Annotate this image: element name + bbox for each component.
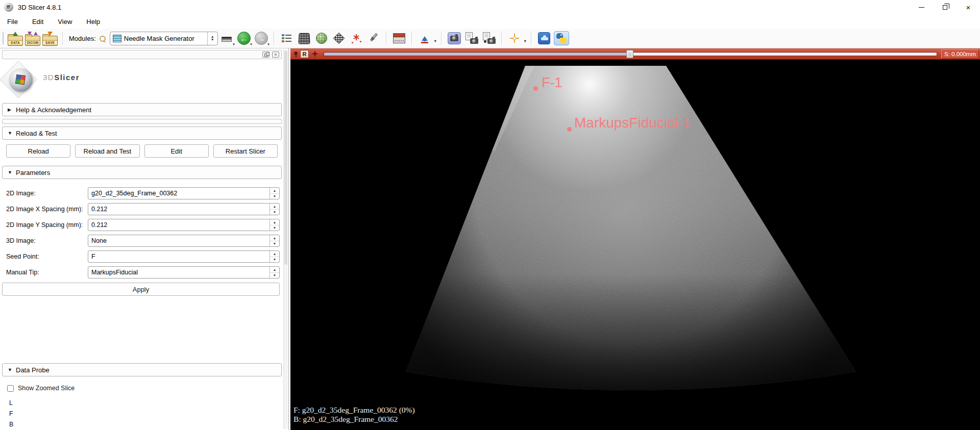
load-data-button[interactable]: DATA [7,30,24,46]
spin-up-icon: ▲ [270,204,279,210]
x-spacing-spinbox[interactable]: ▲▼ [88,203,280,215]
undock-panel-icon[interactable] [262,52,270,58]
menu-bar: File Edit View Help [0,14,980,29]
spinbox-arrows[interactable]: ▲▼ [270,204,279,215]
purple-up-arrow-icon [34,32,38,35]
save-button[interactable]: SAVE [41,30,59,46]
screenshot-button[interactable] [446,30,463,46]
module-selector-combo[interactable]: Needle Mask Generator ▲ ▼ [110,32,218,45]
menu-file[interactable]: File [2,16,23,28]
crosshair-icon [509,33,520,43]
2d-image-combo[interactable]: g20_d2_35deg_Frame_00362 ▲▼ [88,187,280,199]
parameters-header[interactable]: ▼ Parameters [2,166,282,179]
field-label: Seed Point: [2,253,88,260]
save-icon: SAVE [42,36,58,46]
close-panel-icon[interactable]: × [272,52,279,58]
slice-slider-handle[interactable] [626,50,633,58]
data-module-button[interactable] [278,30,296,46]
help-acknowledgement-header[interactable]: ▶ Help & Acknowledgement [2,103,282,116]
pin-icon[interactable] [293,51,298,57]
spinbox-arrows[interactable]: ▲▼ [270,219,279,231]
panel-scrollbar[interactable] [283,49,288,429]
restore-scene-view-button[interactable] [480,30,498,46]
volumes-module-button[interactable] [296,30,313,46]
slicer-logo [9,68,33,92]
scrollbar-thumb[interactable] [284,50,287,265]
window-level-button[interactable] [390,30,408,46]
scene-view-button[interactable] [463,30,480,46]
3d-image-combo[interactable]: None ▲▼ [88,235,280,247]
module-back-button[interactable]: ← ▾ [235,30,253,46]
edit-button[interactable]: Edit [144,144,209,158]
module-forward-button[interactable]: → ▾ [253,30,270,46]
module-history-button[interactable]: ▾ [218,30,235,46]
slice-offset-slider[interactable] [324,52,937,56]
combo-arrows[interactable]: ▲▼ [270,267,279,278]
window-controls: × [910,0,980,14]
fiducial-star-icon[interactable] [311,50,318,58]
reload-button[interactable]: Reload [6,144,70,158]
y-spacing-spinbox[interactable]: ▲▼ [88,219,280,231]
spin-down-icon: ▼ [270,225,279,231]
show-zoomed-slice-checkbox[interactable] [7,385,14,392]
toolbar-separator [386,32,387,45]
transforms-module-button[interactable] [330,30,348,46]
back-arrow-icon: ← [237,32,251,45]
close-button[interactable]: × [957,0,980,14]
data-tree-icon [282,34,292,43]
menu-help[interactable]: Help [81,16,105,28]
y-spacing-input[interactable] [88,221,270,229]
x-spacing-input[interactable] [88,206,270,213]
module-search-icon[interactable] [99,35,106,42]
menu-view[interactable]: View [53,16,77,28]
minimize-button[interactable] [910,0,933,14]
spin-up-icon: ▲ [270,235,279,241]
python-console-button[interactable] [553,30,570,46]
slicer-logo-text: 3DSlicer [43,73,80,82]
dropdown-caret-icon[interactable]: ▾ [434,39,436,43]
apply-button[interactable]: Apply [2,283,280,296]
reload-test-header[interactable]: ▼ Reload & Test [2,127,282,140]
parameters-header-label: Parameters [16,169,50,176]
extensions-manager-button[interactable] [535,30,553,46]
crosshair-button[interactable] [506,30,523,46]
expanded-triangle-icon: ▼ [8,131,16,136]
fiducial-point-f1[interactable] [533,86,538,91]
corner-annotation: F: g20_d2_35deg_Frame_00362 (0%) B: g20_… [293,406,415,424]
fiducial-point-markupsfiducial1[interactable] [567,127,572,132]
collapsed-section-bar [2,119,282,124]
restore-button[interactable] [933,0,957,14]
editor-module-button[interactable] [365,30,382,46]
red-slice-viewport[interactable]: F-1 MarkupsFiducial-1 F: g20_d2_35deg_Fr… [290,60,980,430]
module-panel: × 3DSlicer ▶ Help & Acknowledgement ▼ Re… [0,48,289,430]
toolbar-separator [274,32,275,45]
data-probe-header[interactable]: ▼ Data Probe [2,363,282,376]
reload-and-test-button[interactable]: Reload and Test [75,144,139,158]
dropdown-caret-icon: ▾ [233,43,235,46]
dicom-button[interactable]: DICOM [24,30,41,46]
combo-arrows[interactable]: ▲▼ [270,188,279,199]
toolbar-separator [501,32,502,45]
restart-slicer-button[interactable]: Restart Slicer [213,144,278,158]
transform-checker-icon [333,33,345,44]
axis-row-l: L [9,398,282,409]
dropdown-caret-icon[interactable]: ▾ [524,39,526,43]
axis-row-b: B [9,419,282,430]
annotations-module-button[interactable] [348,30,365,46]
toolbar-separator [531,32,532,45]
load-volume-button[interactable] [416,30,433,46]
combo-arrows[interactable]: ▲▼ [270,251,279,262]
manual-tip-combo[interactable]: MarkupsFiducial ▲▼ [88,266,280,279]
reload-header-label: Reload & Test [16,130,57,137]
module-combo-arrows[interactable]: ▲ ▼ [207,32,217,45]
toolbar-grip[interactable] [3,32,4,44]
module-icon [113,35,121,42]
red-slice-controller-bar: R S: 0.000mm [290,48,980,60]
corner-line-foreground: F: g20_d2_35deg_Frame_00362 (0%) [293,406,415,415]
seed-point-combo[interactable]: F ▲▼ [88,250,280,263]
menu-edit[interactable]: Edit [27,16,48,28]
combo-arrows[interactable]: ▲▼ [270,235,279,246]
fiducial-label-f1: F-1 [542,75,562,91]
orange-down-arrow-icon [47,32,53,36]
models-module-button[interactable] [313,30,330,46]
